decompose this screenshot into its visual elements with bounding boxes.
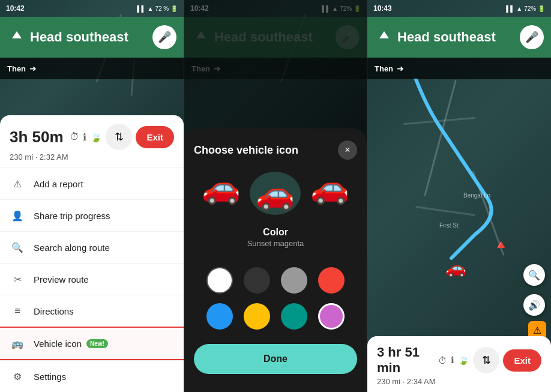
nav-arrow-marker: 🔺	[493, 237, 509, 253]
color-white[interactable]	[206, 267, 233, 294]
exit-button-3[interactable]: Exit	[503, 349, 541, 372]
road-label-bengal: Bengal Ln	[463, 192, 490, 199]
car-option-2[interactable]: 🚗	[251, 172, 300, 215]
panel-vehicle-icon-chooser: 10:42 ▌▌ ▲ 72% 🔋 Head southeast 🎤 Then ➜…	[184, 0, 367, 392]
p3-swap-button[interactable]: ⇅	[473, 347, 499, 373]
menu-item-vehicle-icon[interactable]: 🚌 Vehicle icon New!	[0, 327, 184, 360]
then-arrow-icon-3: ➜	[397, 64, 404, 73]
color-purple[interactable]	[318, 303, 345, 330]
color-grid	[194, 258, 357, 339]
exit-label-3: Exit	[514, 355, 531, 366]
p3-info-icon: ℹ	[451, 355, 454, 366]
preview-icon: ✂	[10, 271, 25, 287]
warning-icon-map: ⚠	[533, 325, 541, 336]
vehicle-icon-modal: Choose vehicle icon × 🚗 · 🚗 🚗	[184, 128, 367, 392]
modal-header: Choose vehicle icon ×	[194, 140, 357, 160]
signal-icon-3: ▌▌	[506, 5, 514, 12]
menu-item-directions[interactable]: ≡ Directions	[0, 295, 184, 327]
battery-display-1: 72 % 🔋	[155, 5, 178, 12]
panel-navigation-map: Bengal Ln First St 10:43 ▌▌ ▲ 72% 🔋 Head…	[367, 0, 551, 392]
color-black[interactable]	[244, 267, 270, 294]
vehicle-icon: 🚌	[10, 336, 25, 351]
trip-time: 3h 50m	[10, 128, 64, 146]
p3-trip-time: 3 hr 51 min	[377, 345, 438, 376]
bottom-panel-3: 3 hr 51 min ⏱ ℹ 🍃 ⇅ Exit 230 mi · 2:34 A…	[367, 336, 551, 392]
then-bar-1: Then ➜	[0, 58, 184, 79]
battery-display-3: 72% 🔋	[524, 5, 545, 12]
status-icons-1: ▌▌ ▲ 72 % 🔋	[137, 5, 178, 12]
then-label-1: Then	[7, 64, 26, 73]
modal-close-button[interactable]: ×	[338, 140, 357, 160]
color-teal[interactable]	[281, 303, 307, 330]
menu-item-share-trip[interactable]: 👤 Share trip progress	[0, 199, 184, 231]
modal-title: Choose vehicle icon	[194, 144, 298, 157]
nav-bar-3: Head southeast 🎤	[367, 17, 551, 58]
direction-arrow-icon-3	[375, 28, 394, 47]
swap-icon: ⇅	[115, 130, 124, 143]
close-icon: ×	[345, 145, 350, 155]
battery-icon: 🔋	[170, 5, 178, 12]
p3-leaf-icon: 🍃	[458, 355, 469, 366]
then-bar-3: Then ➜	[367, 58, 551, 79]
car-emoji-3: 🚗	[310, 172, 349, 203]
done-label: Done	[263, 354, 288, 364]
preview-route-label: Preview route	[34, 274, 89, 285]
color-red[interactable]	[318, 267, 345, 294]
p3-action-icons: ⏱ ℹ 🍃 ⇅ Exit	[438, 347, 541, 373]
mic-button-1[interactable]: 🎤	[152, 25, 176, 49]
done-button[interactable]: Done	[194, 344, 357, 374]
search-icon: 🔍	[10, 240, 25, 255]
status-bar-1: 10:42 ▌▌ ▲ 72 % 🔋	[0, 0, 184, 17]
time-display-1: 10:42	[6, 4, 25, 13]
distance-row: 230 mi · 2:32 AM	[0, 152, 184, 167]
search-map-button[interactable]: 🔍	[523, 264, 545, 286]
status-icons-3: ▌▌ ▲ 72% 🔋	[506, 5, 545, 12]
clock-icon: ⏱	[70, 131, 79, 142]
search-route-label: Search along route	[34, 243, 110, 253]
then-label-3: Then	[375, 64, 393, 73]
exit-label-1: Exit	[146, 132, 163, 142]
color-label: Color	[194, 227, 357, 238]
menu-item-preview[interactable]: ✂ Preview route	[0, 263, 184, 295]
nav-direction-1: Head southeast	[30, 29, 152, 45]
bottom-menu-panel: 3h 50m ⏱ ℹ 🍃 ⇅ Exit 230 mi · 2:32 AM ⚠ A…	[0, 115, 184, 392]
sound-icon: 🔊	[528, 300, 540, 311]
car-option-1[interactable]: 🚗 ·	[197, 172, 245, 215]
wifi-icon-3: ▲	[516, 5, 522, 12]
menu-item-settings[interactable]: ⚙ Settings	[0, 360, 184, 392]
vehicle-icon-label: Vehicle icon	[34, 339, 82, 349]
exit-button-1[interactable]: Exit	[136, 126, 174, 148]
status-bar-3: 10:43 ▌▌ ▲ 72% 🔋	[367, 0, 551, 17]
then-arrow-icon-1: ➜	[29, 64, 37, 73]
cars-selection-row: 🚗 · 🚗 🚗	[194, 172, 357, 215]
car-option-3[interactable]: 🚗	[306, 172, 354, 215]
direction-arrow-icon	[7, 28, 26, 47]
p3-clock-icon: ⏱	[438, 355, 447, 366]
directions-icon: ≡	[10, 303, 25, 319]
vehicle-marker: 🚗	[445, 258, 466, 278]
color-gray[interactable]	[281, 267, 307, 294]
search-map-icon: 🔍	[528, 270, 540, 281]
wifi-icon: ▲	[148, 5, 154, 12]
settings-label: Settings	[34, 372, 66, 382]
share-icon: 👤	[10, 208, 25, 223]
mic-icon-3: 🎤	[525, 31, 538, 44]
time-summary-row: 3h 50m ⏱ ℹ 🍃 ⇅ Exit	[0, 115, 184, 152]
sound-button[interactable]: 🔊	[523, 294, 545, 316]
leaf-icon: 🍃	[90, 131, 102, 143]
route-line	[367, 78, 551, 288]
menu-item-search-route[interactable]: 🔍 Search along route	[0, 231, 184, 263]
share-trip-label: Share trip progress	[34, 211, 110, 221]
color-yellow[interactable]	[244, 303, 270, 330]
mic-icon-1: 🎤	[158, 31, 171, 44]
time-action-icons: ⏱ ℹ 🍃 ⇅ Exit	[70, 124, 174, 150]
p3-distance: 230 mi · 2:34 AM	[377, 377, 541, 386]
menu-item-add-report[interactable]: ⚠ Add a report	[0, 167, 184, 199]
swap-route-button[interactable]: ⇅	[106, 124, 132, 150]
time-display-3: 10:43	[373, 4, 392, 13]
color-blue[interactable]	[206, 303, 233, 330]
new-badge: New!	[86, 339, 108, 348]
p3-time-row: 3 hr 51 min ⏱ ℹ 🍃 ⇅ Exit	[377, 345, 541, 376]
panel-navigation-menu: 10:42 ▌▌ ▲ 72 % 🔋 Head southeast 🎤 Then …	[0, 0, 184, 392]
mic-button-3[interactable]: 🎤	[520, 25, 544, 49]
